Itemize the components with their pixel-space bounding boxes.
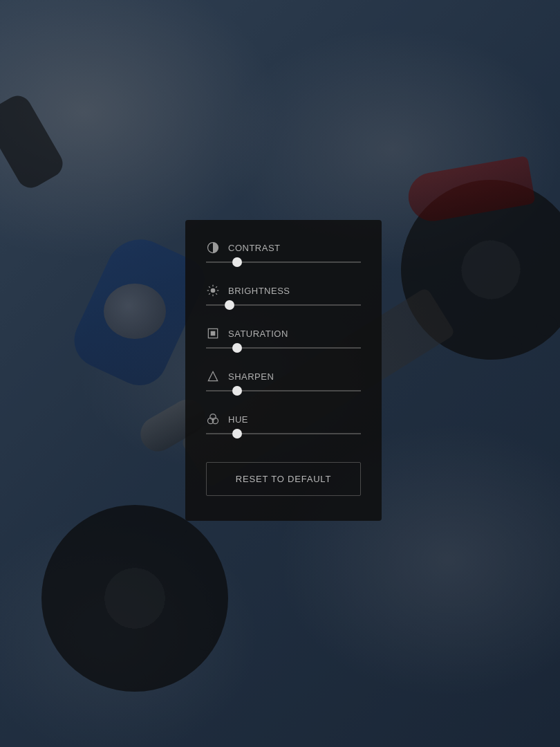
- sharpen-control: SHARPEN: [206, 369, 361, 391]
- reset-button[interactable]: RESET TO DEFAULT: [206, 462, 361, 496]
- hue-icon: [206, 412, 220, 426]
- hue-label: HUE: [228, 414, 248, 425]
- svg-point-1: [211, 288, 216, 293]
- svg-line-8: [209, 293, 210, 295]
- brightness-icon: [206, 284, 220, 297]
- contrast-slider[interactable]: [206, 261, 361, 263]
- brightness-control: BRIGHTNESS: [206, 284, 361, 306]
- saturation-control: SATURATION: [206, 326, 361, 349]
- image-adjustments-panel: CONTRAST BRIGHTNESS: [185, 220, 382, 521]
- saturation-slider[interactable]: [206, 347, 361, 349]
- sharpen-icon: [206, 369, 220, 383]
- sharpen-slider-thumb[interactable]: [232, 386, 242, 396]
- brightness-slider-thumb[interactable]: [225, 300, 234, 310]
- contrast-icon: [206, 241, 220, 255]
- saturation-slider-thumb[interactable]: [232, 343, 242, 353]
- brightness-label: BRIGHTNESS: [228, 286, 290, 296]
- hue-control: HUE: [206, 412, 361, 434]
- svg-line-7: [216, 293, 217, 295]
- saturation-label: SATURATION: [228, 329, 288, 339]
- hue-slider-thumb[interactable]: [232, 429, 242, 439]
- contrast-label: CONTRAST: [228, 243, 281, 253]
- svg-line-6: [209, 286, 210, 288]
- brightness-slider[interactable]: [206, 304, 361, 306]
- contrast-slider-thumb[interactable]: [232, 257, 242, 267]
- sharpen-label: SHARPEN: [228, 371, 274, 382]
- svg-rect-11: [211, 331, 216, 336]
- svg-line-9: [216, 286, 217, 288]
- contrast-control: CONTRAST: [206, 241, 361, 263]
- sharpen-slider[interactable]: [206, 390, 361, 391]
- saturation-icon: [206, 326, 220, 340]
- hue-slider[interactable]: [206, 433, 361, 434]
